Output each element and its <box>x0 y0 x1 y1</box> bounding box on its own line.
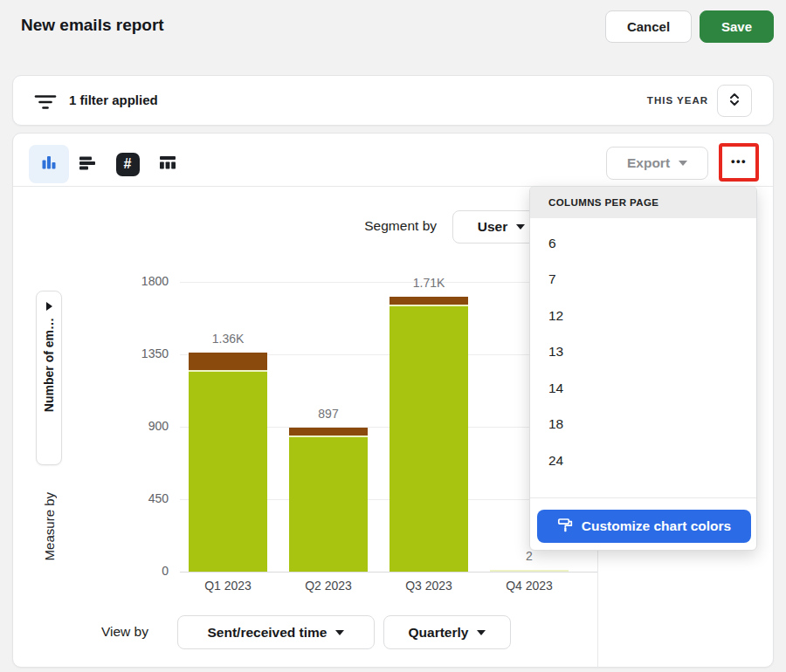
columns-dropdown: COLUMNS PER PAGE 6 7 12 13 14 18 24 Cust… <box>529 186 757 551</box>
dropdown-option[interactable]: 6 <box>530 225 756 262</box>
dropdown-option[interactable]: 24 <box>530 442 756 479</box>
bar-segment[interactable] <box>390 297 468 305</box>
x-axis-tick-label: Q4 2023 <box>481 579 577 593</box>
segment-by-label: Segment by <box>332 218 437 234</box>
view-by-value: Sent/received time <box>208 625 328 641</box>
y-axis-tick-label: 900 <box>125 419 169 433</box>
y-axis-tick-label: 0 <box>125 564 169 578</box>
dropdown-option[interactable]: 7 <box>530 262 756 298</box>
number-icon: # <box>116 153 140 176</box>
y-axis-tick-label: 450 <box>125 491 169 505</box>
cancel-button[interactable]: Cancel <box>605 10 692 43</box>
report-panel: # Export ••• Segment by User Number of e… <box>12 133 774 668</box>
bar-segment[interactable] <box>490 570 569 572</box>
vertical-bar-chart-icon <box>39 153 59 175</box>
bar-value-label: 897 <box>285 407 372 421</box>
bar-value-label: 1.36K <box>184 332 272 346</box>
segment-value: User <box>478 219 507 235</box>
more-options-button[interactable]: ••• <box>719 143 759 182</box>
dropdown-option[interactable]: 18 <box>530 407 756 443</box>
bar-segment[interactable] <box>289 435 368 572</box>
horizontal-bar-chart-icon <box>77 153 98 175</box>
chart-type-table-button[interactable] <box>150 145 185 183</box>
x-axis-tick-label: Q1 2023 <box>180 579 276 593</box>
y-axis-tick-label: 1800 <box>125 274 169 288</box>
measure-by-container: Measure by <box>36 465 62 587</box>
paint-roller-icon <box>557 517 574 537</box>
dropdown-header: COLUMNS PER PAGE <box>530 187 756 218</box>
dropdown-options: 6 7 12 13 14 18 24 <box>530 225 756 479</box>
x-axis-tick-label: Q3 2023 <box>381 579 477 593</box>
measure-axis-label: Number of em… <box>42 318 56 412</box>
bar-value-label: 2 <box>486 549 573 563</box>
page-title: New emails report <box>21 16 164 35</box>
table-columns-icon <box>157 153 178 175</box>
chevron-down-icon <box>477 630 486 635</box>
bar-segment[interactable] <box>189 353 267 369</box>
gridline <box>180 572 597 573</box>
bar-segment[interactable] <box>390 305 468 572</box>
bar-value-label: 1.71K <box>385 276 472 290</box>
export-button[interactable]: Export <box>606 147 708 180</box>
customize-colors-button[interactable]: Customize chart colors <box>537 510 751 543</box>
bar-segment[interactable] <box>289 428 368 436</box>
caret-down-icon <box>679 161 687 166</box>
dropdown-option[interactable]: 12 <box>530 298 756 334</box>
period-sort-button[interactable] <box>717 85 752 117</box>
measure-axis-button[interactable]: Number of em… <box>36 291 62 465</box>
up-down-chevrons-icon <box>727 91 742 112</box>
dropdown-option[interactable]: 14 <box>530 370 756 407</box>
interval-select[interactable]: Quarterly <box>383 615 511 649</box>
view-by-label: View by <box>101 624 148 640</box>
triangle-right-icon <box>46 302 52 311</box>
period-label: THIS YEAR <box>647 95 708 106</box>
filter-bar: 1 filter applied THIS YEAR <box>12 75 774 126</box>
export-label: Export <box>627 155 670 171</box>
measure-by-label: Measure by <box>42 492 57 560</box>
customize-colors-label: Customize chart colors <box>582 518 731 534</box>
interval-value: Quarterly <box>409 625 469 641</box>
chevron-down-icon <box>516 224 525 230</box>
filter-applied-label: 1 filter applied <box>69 93 158 107</box>
dropdown-divider <box>530 497 756 498</box>
dropdown-option[interactable]: 13 <box>530 334 756 371</box>
x-axis-tick-label: Q2 2023 <box>280 579 376 593</box>
chart-type-number-button[interactable]: # <box>110 145 145 183</box>
bar-segment[interactable] <box>189 370 267 572</box>
y-axis-tick-label: 1350 <box>125 346 169 360</box>
ellipsis-icon: ••• <box>731 155 747 167</box>
chevron-down-icon <box>335 630 344 635</box>
chart-type-row-button[interactable] <box>70 145 105 183</box>
filter-icon[interactable] <box>34 91 57 117</box>
save-button[interactable]: Save <box>700 10 774 43</box>
chart-type-bar-button[interactable] <box>29 145 69 183</box>
view-by-select[interactable]: Sent/received time <box>177 615 375 649</box>
